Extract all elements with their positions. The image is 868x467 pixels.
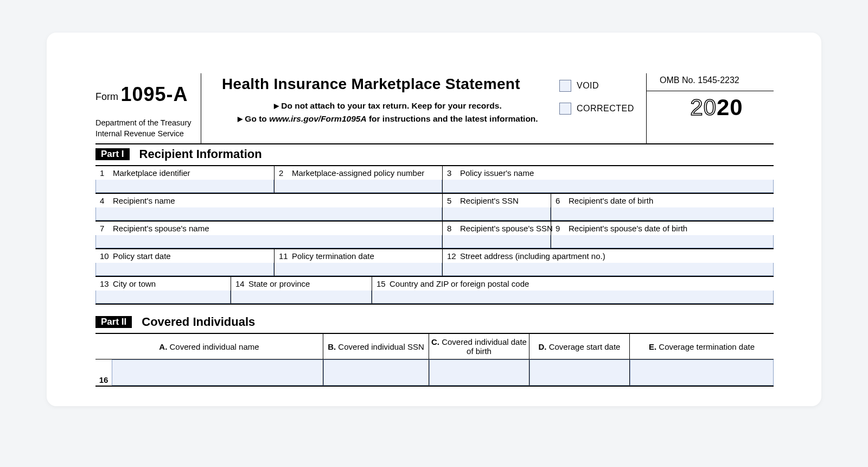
part-1-title: Recipient Information [139, 147, 262, 161]
field-14: 14State or province [231, 277, 372, 304]
input-spouse-name[interactable] [95, 235, 442, 248]
part-1-tag: Part I [95, 148, 130, 160]
triangle-icon: ▶ [238, 115, 242, 123]
field-1: 1Marketplace identifier [95, 166, 275, 193]
field-2: 2Marketplace-assigned policy number [275, 166, 443, 193]
input-16-end[interactable] [630, 359, 774, 386]
field-3: 3Policy issuer's name [443, 166, 774, 193]
triangle-icon: ▶ [274, 102, 279, 110]
input-recipient-ssn[interactable] [443, 207, 551, 220]
col-c: C. Covered individual date of birth [429, 334, 529, 359]
input-policy-end[interactable] [275, 263, 442, 276]
col-e: E. Coverage termination date [630, 334, 774, 359]
row-13-14-15: 13City or town 14State or province 15Cou… [95, 277, 774, 305]
part-2-tag: Part II [95, 316, 132, 328]
field-15: 15Country and ZIP or foreign postal code [372, 277, 774, 304]
row-4-5-6: 4Recipient's name 5Recipient's SSN 6Reci… [95, 194, 774, 222]
corrected-checkbox[interactable] [559, 103, 571, 115]
void-label: VOID [577, 81, 599, 91]
omb-number: OMB No. 1545-2232 [660, 75, 774, 85]
form-header: Form 1095-A Department of the Treasury I… [95, 73, 774, 144]
field-12: 12Street address (including apartment no… [443, 249, 774, 276]
input-country-zip[interactable] [372, 291, 774, 304]
form-title-block: Health Insurance Marketplace Statement ▶… [201, 73, 559, 143]
field-5: 5Recipient's SSN [443, 194, 551, 220]
input-spouse-dob[interactable] [551, 235, 774, 248]
field-11: 11Policy termination date [275, 249, 443, 276]
document-card: Form 1095-A Department of the Treasury I… [47, 33, 821, 406]
corrected-label: CORRECTED [577, 104, 634, 113]
part-2-columns: A. Covered individual name B. Covered in… [95, 334, 774, 359]
dept-line-2: Internal Revenue Service [95, 129, 201, 140]
field-8: 8Recipient's spouse's SSN [443, 222, 551, 248]
input-policy-issuer[interactable] [443, 180, 774, 193]
note-2-post: for instructions and the latest informat… [367, 114, 538, 123]
form-id-block: Form 1095-A Department of the Treasury I… [95, 73, 201, 143]
input-16-ssn[interactable] [323, 359, 429, 386]
input-16-name[interactable] [112, 359, 323, 386]
col-b: B. Covered individual SSN [323, 334, 429, 359]
row-16: 16 [95, 359, 774, 387]
part-1-banner: Part I Recipient Information [95, 144, 774, 166]
field-13: 13City or town [95, 277, 231, 304]
part-2-banner: Part II Covered Individuals [95, 312, 774, 334]
void-checkbox[interactable] [559, 80, 571, 92]
form-1095a: Form 1095-A Department of the Treasury I… [95, 73, 774, 387]
field-6: 6Recipient's date of birth [551, 194, 774, 220]
input-16-dob[interactable] [429, 359, 529, 386]
note-2-link: www.irs.gov/Form1095A [269, 114, 366, 123]
field-9: 9Recipient's spouse's date of birth [551, 222, 774, 248]
dept-line-1: Department of the Treasury [95, 118, 201, 129]
field-4: 4Recipient's name [95, 194, 443, 220]
field-7: 7Recipient's spouse's name [95, 222, 443, 248]
input-recipient-name[interactable] [95, 207, 442, 220]
note-2-pre: Go to [245, 114, 269, 123]
input-city[interactable] [95, 291, 231, 304]
col-a: A. Covered individual name [95, 334, 323, 359]
row-7-8-9: 7Recipient's spouse's name 8Recipient's … [95, 222, 774, 249]
row-1-2-3: 1Marketplace identifier 2Marketplace-ass… [95, 166, 774, 194]
input-state[interactable] [231, 291, 372, 304]
part-2-title: Covered Individuals [142, 315, 255, 329]
tax-year: 2020 [660, 94, 774, 121]
input-policy-number[interactable] [275, 180, 442, 193]
input-marketplace-identifier[interactable] [95, 180, 274, 193]
omb-year-block: OMB No. 1545-2232 2020 [646, 73, 774, 143]
form-title: Health Insurance Marketplace Statement [222, 75, 554, 93]
input-spouse-ssn[interactable] [443, 235, 551, 248]
form-number: 1095-A [120, 83, 188, 105]
col-d: D. Coverage start date [529, 334, 630, 359]
row-16-number: 16 [95, 359, 112, 386]
input-recipient-dob[interactable] [551, 207, 774, 220]
row-10-11-12: 10Policy start date 11Policy termination… [95, 249, 774, 277]
input-policy-start[interactable] [95, 263, 274, 276]
input-street-address[interactable] [443, 263, 774, 276]
field-10: 10Policy start date [95, 249, 275, 276]
form-word: Form [95, 91, 118, 102]
input-16-start[interactable] [529, 359, 630, 386]
note-1: Do not attach to your tax return. Keep f… [281, 101, 502, 110]
void-corrected-block: VOID CORRECTED [559, 73, 646, 143]
